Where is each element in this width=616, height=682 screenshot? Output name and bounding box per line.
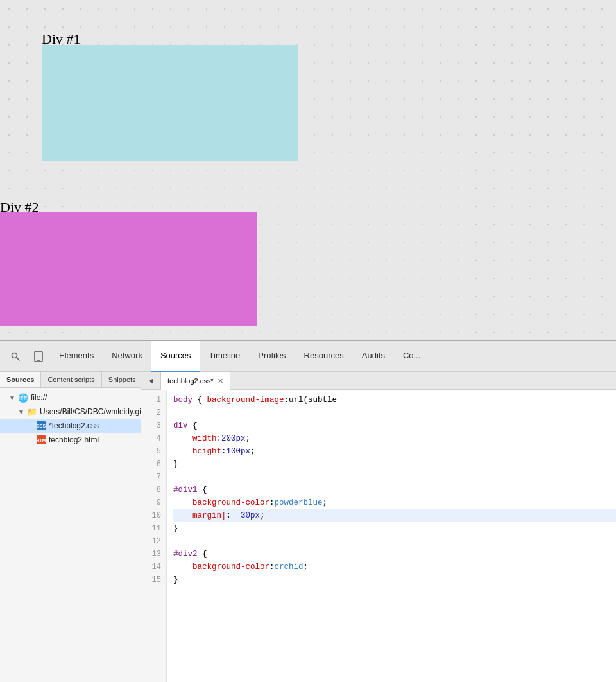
tab-elements[interactable]: Elements xyxy=(50,341,103,372)
svg-point-0 xyxy=(12,353,17,358)
tree-css-file[interactable]: CSS *techblog2.css xyxy=(0,419,141,433)
code-text[interactable]: body { background-image:url(subtle div {… xyxy=(167,390,616,682)
sidebar-tabs: Sources Content scripts Snippets xyxy=(0,372,141,388)
editor-nav-prev[interactable]: ◀ xyxy=(144,374,158,388)
tab-timeline[interactable]: Timeline xyxy=(200,341,250,372)
devtools-body: Sources Content scripts Snippets ▼ 🌐 fil… xyxy=(0,372,616,682)
line-numbers: 1 2 3 4 5 6 7 8 9 10 11 12 13 14 15 xyxy=(141,390,167,682)
file-tree: ▼ 🌐 file:// ▼ 📁 Users/Bill/CS/DBC/wmleid… xyxy=(0,388,141,682)
css-file-icon: CSS xyxy=(36,421,46,431)
tab-audits[interactable]: Audits xyxy=(353,341,394,372)
editor-tabs-bar: ◀ techblog2.css* ✕ xyxy=(141,372,616,390)
tab-network[interactable]: Network xyxy=(103,341,151,372)
sidebar-tab-content-scripts[interactable]: Content scripts xyxy=(41,372,101,387)
editor-tab-css[interactable]: techblog2.css* ✕ xyxy=(160,372,230,390)
sidebar-tab-sources[interactable]: Sources xyxy=(0,372,41,387)
globe-icon: 🌐 xyxy=(18,392,28,403)
svg-line-1 xyxy=(17,358,19,360)
folder-icon: 📁 xyxy=(27,407,37,417)
search-button[interactable] xyxy=(4,345,27,368)
sidebar-tab-snippets[interactable]: Snippets xyxy=(102,372,143,387)
div2-box xyxy=(0,212,257,326)
tree-folder[interactable]: ▼ 📁 Users/Bill/CS/DBC/wmleidy.git xyxy=(0,405,141,419)
tree-folder-arrow: ▼ xyxy=(18,408,27,415)
devtools-panel: Elements Network Sources Timeline Profil… xyxy=(0,340,616,682)
browser-page-area: Div #1 Div #2 xyxy=(0,0,616,340)
code-editor-area: ◀ techblog2.css* ✕ 1 2 3 4 5 6 7 8 9 xyxy=(141,372,616,682)
tab-profiles[interactable]: Profiles xyxy=(249,341,295,372)
mobile-device-button[interactable] xyxy=(27,345,50,368)
code-editor[interactable]: 1 2 3 4 5 6 7 8 9 10 11 12 13 14 15 body… xyxy=(141,390,616,682)
tree-collapse-arrow: ▼ xyxy=(9,394,18,401)
devtools-toolbar: Elements Network Sources Timeline Profil… xyxy=(0,341,616,372)
div1-box xyxy=(42,45,298,161)
tree-html-file[interactable]: HTM techblog2.html xyxy=(0,433,141,447)
tab-console[interactable]: Co... xyxy=(394,341,429,372)
tree-root-file[interactable]: ▼ 🌐 file:// xyxy=(0,390,141,405)
editor-tab-close[interactable]: ✕ xyxy=(218,378,223,385)
html-file-icon: HTM xyxy=(36,435,46,445)
tab-resources[interactable]: Resources xyxy=(295,341,353,372)
tab-sources[interactable]: Sources xyxy=(151,341,200,372)
devtools-sidebar: Sources Content scripts Snippets ▼ 🌐 fil… xyxy=(0,372,141,682)
